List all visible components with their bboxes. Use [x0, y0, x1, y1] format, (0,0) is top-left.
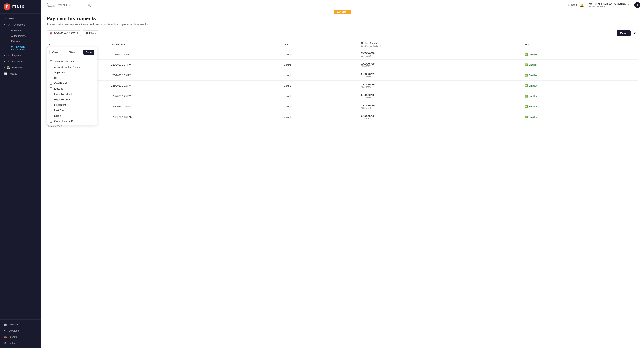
sidebar-item-settings[interactable]: ⚙ Settings [0, 340, 41, 346]
logo-text: FINIX [12, 4, 25, 9]
app-switcher[interactable]: KM Flex Application AP7Geeyfse2... Sandb… [587, 2, 631, 8]
filter-item-name[interactable]: Name [47, 113, 97, 118]
filter-label-owner-identity: Owner Identity ID [54, 120, 73, 122]
sidebar-item-payouts-label: Payouts [12, 54, 21, 57]
table-row[interactable]: ID 1/25/2023 1:25 PM ...ount XXXXX6789 1… [47, 102, 638, 112]
filter-checkbox-card-brand[interactable] [50, 82, 52, 85]
table-row[interactable]: ID 1/25/2023 1:32 PM ...ount XXXXX6789 1… [47, 80, 638, 91]
sidebar-item-company[interactable]: 🏢 Company [0, 322, 41, 328]
filter-item-account-last-four[interactable]: Account Last Four [47, 59, 97, 64]
support-link[interactable]: Support [568, 4, 577, 6]
calendar-icon: 📅 [50, 32, 52, 35]
sidebar-item-settings-label: Settings [8, 342, 17, 344]
sidebar-item-home[interactable]: ⌂ Home [0, 16, 41, 22]
settings-icon: ⚙ [4, 342, 7, 344]
toolbar: 📅 1/1/2023 — 3/23/2023 All Filters Expor… [47, 30, 638, 36]
filter-checkbox-name[interactable] [50, 114, 52, 117]
table-row[interactable]: ID 1/26/2023 5:29 PM ...ount XXXXX6789 1… [47, 49, 638, 60]
cell-type: ...ount [281, 60, 358, 70]
main-content: ID Search 🔍 Support 🔔 KM Flex Applicatio… [41, 0, 644, 348]
exports-icon: 📤 [4, 336, 7, 338]
col-type: Type [281, 40, 358, 49]
chevron-right-icon3: ▶ [4, 66, 5, 69]
filter-item-bin[interactable]: BIN [47, 75, 97, 80]
cell-masked-number: XXXXX6789 123456789 [358, 60, 522, 70]
filter-checkbox-owner-identity[interactable] [50, 120, 52, 122]
filter-item-exp-year[interactable]: Expiration Year [47, 97, 97, 102]
sidebar-item-company-label: Company [8, 323, 19, 326]
table-row[interactable]: ID 1/25/2023 1:29 PM ...ount XXXXX6789 1… [47, 91, 638, 102]
filter-checkbox-account-routing[interactable] [50, 66, 52, 68]
column-settings-button[interactable]: ⚙ [632, 30, 638, 36]
col-created-on[interactable]: Created On ▼ [108, 40, 281, 49]
search-icon[interactable]: 🔍 [88, 4, 91, 6]
cell-masked-number: XXXXX6789 123456789 [358, 91, 522, 102]
filter-done-button[interactable]: Done [83, 50, 94, 55]
notification-bell-icon[interactable]: 🔔 [580, 3, 584, 7]
active-dot [11, 46, 13, 48]
filter-checkbox-application-id[interactable] [50, 71, 52, 74]
filter-item-fingerprint[interactable]: Fingerprint [47, 102, 97, 108]
export-button[interactable]: Export [617, 30, 630, 36]
sidebar-item-transactions[interactable]: ▼ ⬡ Transactions [0, 22, 41, 28]
sidebar: F FINIX ⌂ Home ▼ ⬡ Transactions Payments… [0, 0, 41, 348]
cell-created-on: 1/25/2023 1:32 PM [108, 80, 281, 91]
col-masked-number: Masked Number Exp Date or Routing # [358, 40, 522, 49]
filter-checkbox-exp-month[interactable] [50, 93, 52, 96]
filter-item-owner-identity[interactable]: Owner Identity ID [47, 118, 97, 124]
topbar: ID Search 🔍 Support 🔔 KM Flex Applicatio… [41, 0, 644, 10]
sidebar-item-refunds[interactable]: Refunds [8, 38, 41, 44]
sidebar-item-refunds-label: Refunds [11, 40, 20, 43]
sidebar-item-payment-instruments-label: Payment Instruments [11, 45, 25, 51]
filter-item-exp-month[interactable]: Expiration Month [47, 92, 97, 97]
cell-masked-number: XXXXX6789 123456789 [358, 70, 522, 80]
sidebar-item-authorizations[interactable]: Authorizations [8, 33, 41, 38]
filter-label-account-last-four: Account Last Four [54, 60, 74, 63]
id-search-box[interactable]: ID Search 🔍 [45, 1, 93, 9]
sidebar-item-payouts[interactable]: ▶ ↑ Payouts [0, 52, 41, 58]
filter-label-bin: BIN [54, 76, 58, 79]
filter-checkbox-bin[interactable] [50, 77, 52, 79]
sidebar-logo[interactable]: F FINIX [0, 0, 41, 14]
sidebar-item-exports-label: Exports [8, 336, 17, 338]
sidebar-item-developer-label: Developer [8, 329, 20, 332]
search-input[interactable] [56, 4, 86, 6]
masked-number-sub: Exp Date or Routing # [361, 45, 381, 47]
cell-state: ✅ Enabled [522, 112, 638, 122]
filter-item-payment-instrument-id[interactable]: Payment Instrument ID [47, 124, 97, 124]
cell-type: ...ount [281, 49, 358, 60]
filter-checkbox-fingerprint[interactable] [50, 104, 52, 106]
sidebar-nav: ⌂ Home ▼ ⬡ Transactions Payments Authori… [0, 14, 41, 320]
cell-state: ✅ Enabled [522, 49, 638, 60]
app-sub: Sandbox · Application [588, 5, 626, 8]
sidebar-item-payments[interactable]: Payments [8, 28, 41, 33]
table-row[interactable]: ID 1/25/2023 10:39 AM ...ount XXXXX6789 … [47, 112, 638, 122]
filter-item-application-id[interactable]: Application ID [47, 70, 97, 75]
avatar[interactable]: K [634, 2, 640, 8]
sidebar-item-merchants[interactable]: ▶ 🏪 Merchants [0, 64, 41, 71]
filter-checkbox-enabled[interactable] [50, 88, 52, 90]
page-title: Payment Instruments [47, 16, 638, 22]
all-filters-button[interactable]: All Filters [83, 30, 99, 36]
filter-clear-button[interactable]: Clear [50, 50, 61, 55]
app-name: KM Flex Application AP7Geeyfse2... [588, 2, 626, 5]
table-body: ID 1/26/2023 5:29 PM ...ount XXXXX6789 1… [47, 49, 638, 122]
table-row[interactable]: ID 1/25/2023 1:35 PM ...ount XXXXX6789 1… [47, 70, 638, 80]
filter-title: Filters [63, 51, 81, 54]
sidebar-item-exceptions[interactable]: ▶ ⚠ Exceptions [0, 58, 41, 64]
filter-checkbox-last-four[interactable] [50, 109, 52, 112]
filter-item-last-four[interactable]: Last Four [47, 108, 97, 113]
filter-item-card-brand[interactable]: Card Brand [47, 80, 97, 86]
sidebar-item-reports[interactable]: 📊 Reports [0, 71, 41, 77]
sidebar-item-payment-instruments[interactable]: Payment Instruments [8, 44, 41, 52]
filter-checkbox-account-last-four[interactable] [50, 60, 52, 63]
filter-checkbox-exp-year[interactable] [50, 98, 52, 101]
payouts-icon: ↑ [7, 54, 10, 57]
filter-item-enabled[interactable]: Enabled [47, 86, 97, 92]
sidebar-item-developer[interactable]: ⚙ Developer [0, 328, 41, 334]
date-range-filter[interactable]: 📅 1/1/2023 — 3/23/2023 [47, 30, 81, 36]
filter-item-account-routing[interactable]: Account Routing Number [47, 64, 97, 70]
table-row[interactable]: ID 1/25/2023 2:34 PM ...ount XXXXX6789 1… [47, 60, 638, 70]
sidebar-item-exports[interactable]: 📤 Exports [0, 334, 41, 340]
cell-state: ✅ Enabled [522, 102, 638, 112]
